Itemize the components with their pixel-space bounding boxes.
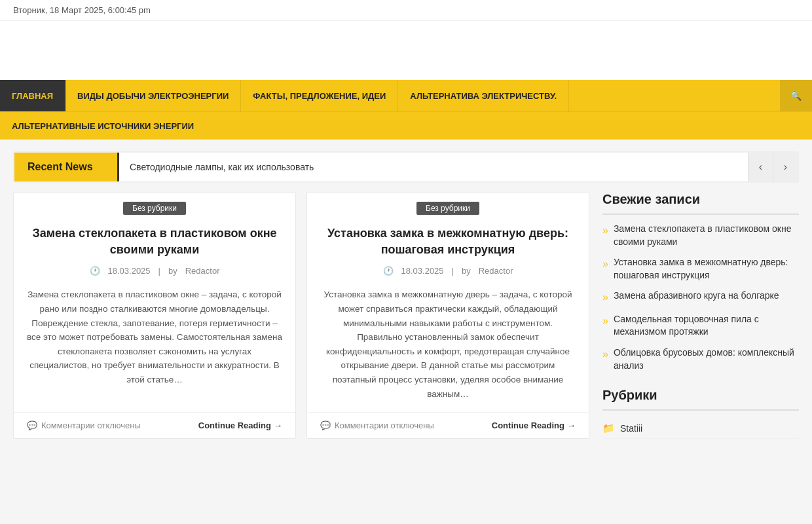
sidebar: Свежие записи » Замена стеклопакета в пл… bbox=[602, 192, 799, 439]
card-1-title: Замена стеклопакета в пластиковом окне с… bbox=[14, 220, 295, 263]
card-2-title: Установка замка в межкомнатную дверь: по… bbox=[307, 220, 589, 263]
nav-item-fakty[interactable]: ФАКТЫ, ПРЕДЛОЖЕНИЕ, ИДЕИ bbox=[241, 80, 398, 111]
nav-item-vidy[interactable]: ВИДЫ ДОБЫЧИ ЭЛЕКТРОЭНЕРГИИ bbox=[65, 80, 241, 111]
card-2-category-wrapper: Без рубрики bbox=[307, 193, 589, 220]
search-icon: 🔍 bbox=[790, 90, 802, 101]
card-2-date: 18.03.2025 bbox=[401, 266, 444, 276]
prev-news-button[interactable]: ‹ bbox=[748, 151, 773, 183]
card-1-comments-text: Комментарии отключены bbox=[41, 421, 141, 430]
card-2: Без рубрики Установка замка в межкомнатн… bbox=[306, 192, 589, 439]
rubrics-title: Рубрики bbox=[602, 388, 799, 411]
recent-post-4[interactable]: » Облицовка брусовых домов: комплексный … bbox=[602, 346, 799, 372]
recent-news-bar: Recent News Светодиодные лампы, как их и… bbox=[13, 151, 799, 183]
folder-icon-0: 📁 bbox=[602, 422, 615, 434]
nav-bar-2: АЛЬТЕРНАТИВНЫЕ ИСТОЧНИКИ ЭНЕРГИИ bbox=[0, 111, 812, 140]
card-1-read-more-label: Continue Reading bbox=[198, 421, 271, 430]
recent-posts-list: » Замена стеклопакета в пластиковом окне… bbox=[602, 223, 799, 372]
recent-posts-title: Свежие записи bbox=[602, 192, 799, 215]
card-2-meta: 🕐 18.03.2025 | by Redactor bbox=[307, 263, 589, 282]
card-2-read-more[interactable]: Continue Reading → bbox=[492, 421, 576, 430]
bullet-icon-0: » bbox=[602, 223, 608, 238]
card-1-date: 18.03.2025 bbox=[108, 266, 151, 276]
recent-news-navigation: ‹ › bbox=[748, 151, 798, 183]
card-2-read-more-label: Continue Reading bbox=[492, 421, 564, 430]
topbar: Вторник, 18 Март 2025, 6:00:45 pm bbox=[0, 0, 812, 21]
card-1-footer: 💬 Комментарии отключены Continue Reading… bbox=[14, 412, 295, 438]
card-2-separator: | bbox=[452, 266, 454, 276]
nav-item-alternativa[interactable]: АЛЬТЕРНАТИВА ЭЛЕКТРИЧЕСТВУ. bbox=[398, 80, 569, 111]
nav-item-alt-sources[interactable]: АЛЬТЕРНАТИВНЫЕ ИСТОЧНИКИ ЭНЕРГИИ bbox=[0, 112, 206, 140]
recent-post-2[interactable]: » Замена абразивного круга на болгарке bbox=[602, 290, 799, 305]
main-content: Без рубрики Замена стеклопакета в пласти… bbox=[0, 192, 812, 452]
recent-post-1[interactable]: » Установка замка в межкомнатную дверь: … bbox=[602, 256, 799, 282]
comment-icon-1: 💬 bbox=[27, 421, 37, 430]
bullet-icon-4: » bbox=[602, 347, 608, 362]
card-1-by: by bbox=[168, 266, 177, 276]
card-2-category-badge[interactable]: Без рубрики bbox=[416, 202, 479, 215]
card-2-footer: 💬 Комментарии отключены Continue Reading… bbox=[307, 412, 589, 438]
recent-post-1-text: Установка замка в межкомнатную дверь: по… bbox=[614, 256, 799, 282]
card-1-comments: 💬 Комментарии отключены bbox=[27, 421, 141, 430]
card-2-body: Установка замка в межкомнатную дверь – з… bbox=[307, 282, 589, 407]
card-2-author[interactable]: Redactor bbox=[479, 266, 513, 276]
card-1-category-wrapper: Без рубрики bbox=[14, 193, 295, 220]
clock-icon-1: 🕐 bbox=[90, 266, 100, 276]
card-1-read-more[interactable]: Continue Reading → bbox=[198, 421, 282, 430]
card-1-separator: | bbox=[158, 266, 160, 276]
arrow-icon-1: → bbox=[274, 421, 282, 430]
next-news-button[interactable]: › bbox=[773, 151, 798, 183]
recent-posts-section: Свежие записи » Замена стеклопакета в пл… bbox=[602, 192, 799, 372]
card-1-meta: 🕐 18.03.2025 | by Redactor bbox=[14, 263, 295, 282]
recent-post-3[interactable]: » Самодельная торцовочная пила с механиз… bbox=[602, 313, 799, 339]
card-2-comments: 💬 Комментарии отключены bbox=[320, 421, 434, 430]
cards-area: Без рубрики Замена стеклопакета в пласти… bbox=[13, 192, 589, 439]
recent-news-headline: Светодиодные лампы, как их использовать bbox=[119, 162, 748, 172]
rubric-0[interactable]: 📁 Statiii bbox=[602, 419, 799, 439]
card-1-body: Замена стеклопакета в пластиковом окне –… bbox=[14, 282, 295, 407]
clock-icon-2: 🕐 bbox=[383, 266, 394, 276]
card-2-by: by bbox=[462, 266, 471, 276]
rubrics-list: 📁 Statiii bbox=[602, 419, 799, 439]
header-area bbox=[0, 21, 812, 80]
rubrics-section: Рубрики 📁 Statiii bbox=[602, 388, 799, 439]
comment-icon-2: 💬 bbox=[320, 421, 331, 430]
rubric-0-text: Statiii bbox=[620, 423, 642, 434]
card-1-author[interactable]: Redactor bbox=[185, 266, 220, 276]
recent-post-2-text: Замена абразивного круга на болгарке bbox=[614, 290, 779, 303]
recent-post-0[interactable]: » Замена стеклопакета в пластиковом окне… bbox=[602, 223, 799, 248]
bullet-icon-1: » bbox=[602, 257, 608, 271]
search-button[interactable]: 🔍 bbox=[780, 80, 812, 111]
card-1: Без рубрики Замена стеклопакета в пласти… bbox=[13, 192, 296, 439]
card-2-comments-text: Комментарии отключены bbox=[335, 421, 434, 430]
nav-item-glavnaya[interactable]: ГЛАВНАЯ bbox=[0, 80, 65, 111]
recent-post-0-text: Замена стеклопакета в пластиковом окне с… bbox=[614, 223, 799, 248]
bullet-icon-3: » bbox=[602, 314, 608, 328]
card-1-category-badge[interactable]: Без рубрики bbox=[123, 202, 186, 215]
nav-bar: ГЛАВНАЯ ВИДЫ ДОБЫЧИ ЭЛЕКТРОЭНЕРГИИ ФАКТЫ… bbox=[0, 80, 812, 111]
bullet-icon-2: » bbox=[602, 290, 608, 305]
arrow-icon-2: → bbox=[567, 421, 576, 430]
recent-post-4-text: Облицовка брусовых домов: комплексный ан… bbox=[614, 346, 799, 372]
recent-post-3-text: Самодельная торцовочная пила с механизмо… bbox=[614, 313, 799, 339]
recent-news-label: Recent News bbox=[14, 153, 119, 181]
datetime-text: Вторник, 18 Март 2025, 6:00:45 pm bbox=[13, 5, 151, 15]
